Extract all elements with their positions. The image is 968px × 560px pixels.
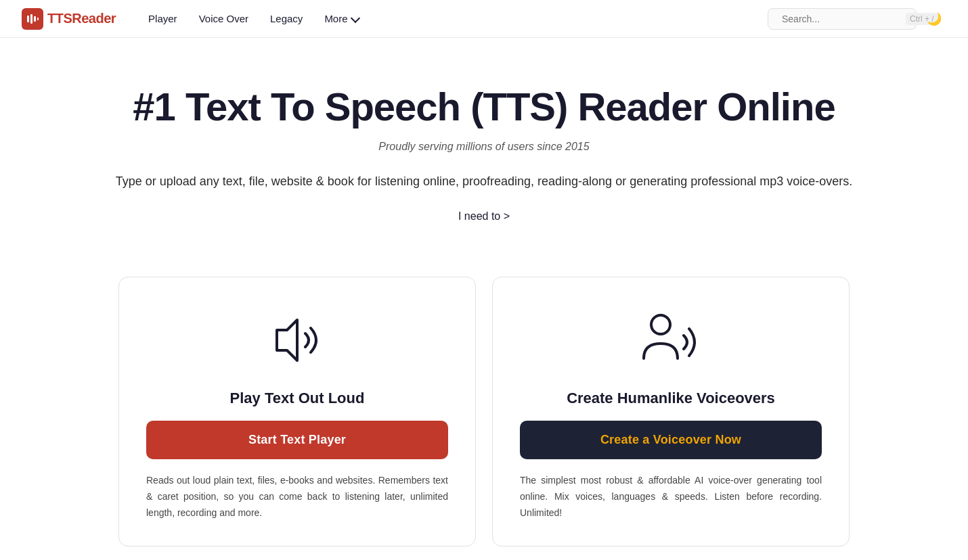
svg-rect-0 [27, 16, 29, 22]
card-text-player: Play Text Out Loud Start Text Player Rea… [118, 277, 476, 546]
search-box: Ctrl + / [768, 8, 917, 30]
logo-tts: TTS [47, 11, 72, 26]
card-text-player-desc: Reads out loud plain text, files, e-book… [146, 473, 448, 521]
card-voiceover-desc: The simplest most robust & affordable AI… [520, 473, 822, 521]
svg-rect-2 [34, 16, 36, 22]
nav-links: Player Voice Over Legacy More [140, 9, 768, 28]
card-voiceover: Create Humanlike Voiceovers Create a Voi… [492, 277, 850, 546]
hero-section: #1 Text To Speech (TTS) Reader Online Pr… [78, 38, 890, 277]
search-input[interactable] [782, 14, 900, 24]
nav-more-label: More [324, 13, 347, 24]
logo-icon [22, 8, 43, 30]
navbar: TTSReader Player Voice Over Legacy More … [0, 0, 968, 38]
logo-svg [26, 12, 39, 26]
card-text-player-title: Play Text Out Loud [230, 390, 365, 407]
cards-row: Play Text Out Loud Start Text Player Rea… [91, 277, 877, 560]
nav-player[interactable]: Player [140, 9, 185, 28]
hero-cta[interactable]: I need to > [458, 210, 510, 223]
logo-reader-text: Reader [72, 11, 116, 26]
logo-text: TTSReader [47, 11, 116, 26]
hero-subtitle: Proudly serving millions of users since … [105, 141, 863, 153]
svg-point-6 [651, 315, 670, 334]
chevron-down-icon [350, 13, 359, 22]
card-voiceover-title: Create Humanlike Voiceovers [567, 390, 775, 407]
speaker-icon [263, 310, 331, 373]
start-text-player-button[interactable]: Start Text Player [146, 421, 448, 459]
svg-rect-1 [30, 14, 32, 24]
voiceover-icon [634, 310, 708, 373]
search-area: Ctrl + / 🌙 [768, 7, 946, 31]
create-voiceover-button[interactable]: Create a Voiceover Now [520, 421, 822, 459]
logo[interactable]: TTSReader [22, 8, 116, 30]
hero-description: Type or upload any text, file, website &… [112, 172, 856, 192]
dark-mode-toggle[interactable]: 🌙 [922, 7, 946, 31]
nav-voiceover[interactable]: Voice Over [191, 9, 257, 28]
nav-more[interactable]: More [316, 9, 366, 28]
svg-rect-3 [37, 18, 39, 20]
nav-legacy[interactable]: Legacy [262, 9, 311, 28]
hero-title: #1 Text To Speech (TTS) Reader Online [105, 85, 863, 129]
